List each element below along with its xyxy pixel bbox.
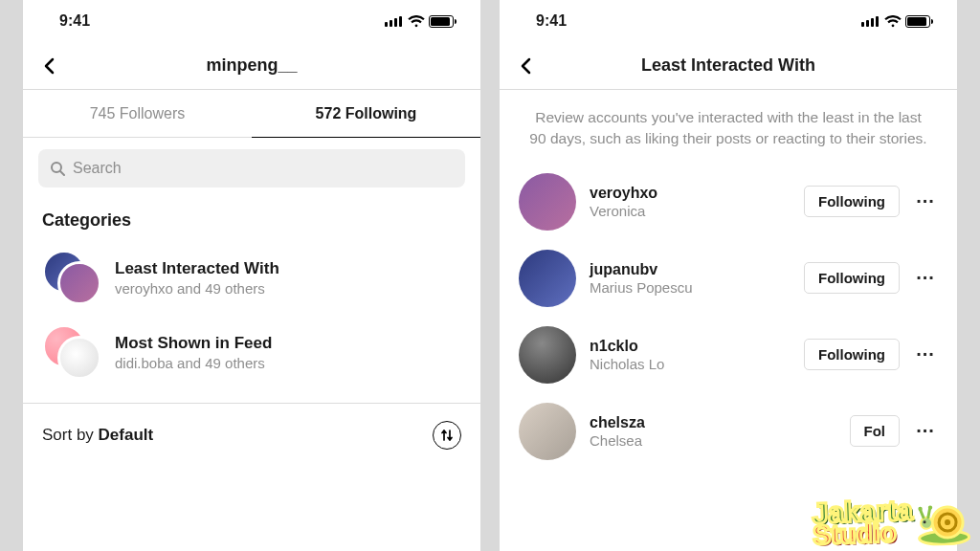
categories-heading: Categories [23,193,480,240]
username: chelsza [590,414,836,431]
status-bar: 9:41 [500,0,957,42]
status-time: 9:41 [536,12,567,30]
nav-header: minpeng__ [23,42,480,90]
phone-least-interacted-screen: 9:41 Least Interacted With Review accoun… [500,0,957,551]
tab-following-label: 572 Following [316,105,417,122]
following-button[interactable]: Fol [850,415,901,447]
category-subtitle: didi.boba and 49 others [115,355,272,371]
battery-icon [905,15,930,28]
category-subtitle: veroyhxo and 49 others [115,280,279,297]
battery-icon [429,15,454,28]
page-description: Review accounts you've interacted with t… [500,90,957,164]
following-button[interactable]: Following [804,186,900,217]
category-title: Least Interacted With [115,259,279,278]
search-placeholder: Search [73,160,122,177]
category-most-shown[interactable]: Most Shown in Feed didi.boba and 49 othe… [23,315,480,389]
follower-tabs: 745 Followers 572 Following [23,90,480,138]
more-icon[interactable]: ··· [913,343,938,365]
display-name: Veronica [590,203,791,219]
avatar [519,326,576,384]
user-row[interactable]: n1cklo Nicholas Lo Following ··· [500,317,957,393]
sort-control[interactable]: Sort by Default [23,404,480,450]
sort-icon [433,421,461,450]
svg-line-1 [60,171,64,175]
nav-header: Least Interacted With [500,42,957,90]
back-button[interactable] [513,53,540,79]
signal-icon [861,15,879,27]
sort-label: Sort by Default [42,426,153,445]
category-title: Most Shown in Feed [115,334,272,353]
back-button[interactable] [36,53,63,79]
following-button[interactable]: Following [804,339,900,370]
display-name: Nicholas Lo [590,356,791,372]
avatar [519,173,576,231]
following-button[interactable]: Following [804,262,900,294]
category-avatars [42,250,101,305]
signal-icon [385,15,402,27]
username: jupanubv [590,261,791,278]
tab-followers[interactable]: 745 Followers [23,90,252,137]
category-avatars [42,324,101,380]
more-icon[interactable]: ··· [913,267,938,289]
status-time: 9:41 [59,12,90,30]
tab-followers-label: 745 Followers [90,105,186,122]
more-icon[interactable]: ··· [913,420,938,442]
phone-following-screen: 9:41 minpeng__ 745 Followers 572 Followi… [23,0,480,551]
more-icon[interactable]: ··· [913,190,938,212]
username: n1cklo [590,338,791,355]
status-bar: 9:41 [23,0,480,42]
user-row[interactable]: chelsza Chelsea Fol ··· [500,393,957,470]
display-name: Chelsea [590,432,836,449]
avatar [519,403,576,460]
user-row[interactable]: veroyhxo Veronica Following ··· [500,164,957,240]
user-row[interactable]: jupanubv Marius Popescu Following ··· [500,240,957,317]
display-name: Marius Popescu [590,279,791,296]
category-least-interacted[interactable]: Least Interacted With veroyhxo and 49 ot… [23,240,480,315]
username: veroyhxo [590,185,791,202]
avatar [519,250,576,307]
page-title: minpeng__ [23,55,480,76]
page-title: Least Interacted With [500,55,957,76]
search-input[interactable]: Search [38,149,465,187]
wifi-icon [408,15,423,27]
tab-following[interactable]: 572 Following [252,90,480,137]
wifi-icon [884,15,900,27]
search-icon [50,161,65,176]
